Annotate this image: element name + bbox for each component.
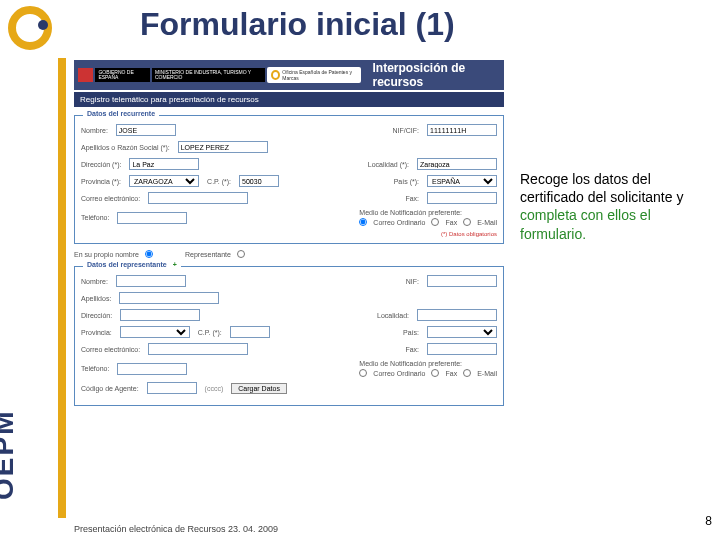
required-note: (*) Datos obligatorios [81, 231, 497, 237]
banner-title: Interposición de recursos [373, 61, 500, 89]
r-input-localidad[interactable] [417, 309, 497, 321]
input-nombre[interactable] [116, 124, 176, 136]
page-number: 8 [705, 514, 712, 528]
oepm-badge: Oficina Española de Patentes y Marcas [267, 67, 360, 83]
ministry-block-2: MINISTERIO DE INDUSTRIA, TURISMO Y COMER… [152, 68, 265, 82]
r-label-apellidos: Apellidos: [81, 295, 111, 302]
banner-subtitle: Registro telemático para presentación de… [74, 92, 504, 107]
label-propio: En su propio nombre [74, 251, 139, 258]
r-input-telefono[interactable] [117, 363, 187, 375]
radio-correo[interactable] [359, 218, 367, 226]
r-label-provincia: Provincia: [81, 329, 112, 336]
r-input-apellidos[interactable] [119, 292, 219, 304]
legend-recurrente: Datos del recurrente [83, 110, 159, 117]
footer-text: Presentación electrónica de Recursos 23.… [74, 524, 278, 534]
add-representante-icon[interactable]: + [173, 261, 177, 268]
label-pais: País (*): [394, 178, 419, 185]
r-select-pais[interactable] [427, 326, 497, 338]
label-apellidos: Apellidos o Razón Social (*): [81, 144, 170, 151]
input-telefono[interactable] [117, 212, 187, 224]
select-provincia[interactable]: ZARAGOZA [129, 175, 199, 187]
label-fax: Fax: [405, 195, 419, 202]
input-correo[interactable] [148, 192, 248, 204]
r-input-direccion[interactable] [120, 309, 200, 321]
r-radio-fax[interactable] [431, 369, 439, 377]
input-cp[interactable] [239, 175, 279, 187]
input-localidad[interactable] [417, 158, 497, 170]
select-pais[interactable]: ESPAÑA [427, 175, 497, 187]
fieldset-representante: Datos del representante + Nombre: NIF: A… [74, 266, 504, 406]
r-radio-email[interactable] [463, 369, 471, 377]
label-nif: NIF/CIF: [393, 127, 419, 134]
annotation-text: Recoge los datos del certificado del sol… [520, 170, 700, 243]
r-label-direccion: Dirección: [81, 312, 112, 319]
r-label-correo: Correo electrónico: [81, 346, 140, 353]
r-radio-correo[interactable] [359, 369, 367, 377]
r-label-cp: C.P. (*): [198, 329, 222, 336]
r-label-medio: Medio de Notificación preferente: [359, 360, 497, 367]
oepm-logo [8, 6, 56, 54]
ownership-row: En su propio nombre Representante [74, 250, 504, 258]
r-input-codigo[interactable] [147, 382, 197, 394]
codigo-hint: (cccc) [205, 385, 224, 392]
label-representante: Representante [185, 251, 231, 258]
r-input-correo[interactable] [148, 343, 248, 355]
ministry-block: GOBIERNO DE ESPAÑA [95, 68, 150, 82]
input-fax[interactable] [427, 192, 497, 204]
r-label-codigo: Código de Agente: [81, 385, 139, 392]
r-input-cp[interactable] [230, 326, 270, 338]
label-direccion: Dirección (*): [81, 161, 121, 168]
radio-fax[interactable] [431, 218, 439, 226]
label-telefono: Teléfono: [81, 214, 109, 221]
r-label-nif: NIF: [406, 278, 419, 285]
radio-propio[interactable] [145, 250, 153, 258]
oepm-badge-icon [271, 70, 280, 80]
radio-email[interactable] [463, 218, 471, 226]
label-provincia: Provincia (*): [81, 178, 121, 185]
app-banner: GOBIERNO DE ESPAÑA MINISTERIO DE INDUSTR… [74, 60, 504, 90]
r-select-provincia[interactable] [120, 326, 190, 338]
radio-representante[interactable] [237, 250, 245, 258]
accent-strip [58, 58, 66, 518]
sidebar-brand: OEPM [0, 410, 20, 500]
r-label-telefono: Teléfono: [81, 365, 109, 372]
r-label-localidad: Localidad: [377, 312, 409, 319]
slide-title: Formulario inicial (1) [140, 6, 455, 43]
legend-representante: Datos del representante + [83, 261, 181, 268]
input-apellidos[interactable] [178, 141, 268, 153]
r-label-nombre: Nombre: [81, 278, 108, 285]
form-screenshot: GOBIERNO DE ESPAÑA MINISTERIO DE INDUSTR… [74, 60, 504, 518]
label-cp: C.P. (*): [207, 178, 231, 185]
r-label-pais: País: [403, 329, 419, 336]
flag-icon [78, 68, 93, 82]
input-nif[interactable] [427, 124, 497, 136]
r-input-fax[interactable] [427, 343, 497, 355]
label-nombre: Nombre: [81, 127, 108, 134]
label-localidad: Localidad (*): [368, 161, 409, 168]
r-input-nombre[interactable] [116, 275, 186, 287]
r-label-fax: Fax: [405, 346, 419, 353]
label-correo: Correo electrónico: [81, 195, 140, 202]
label-medio: Medio de Notificación preferente: [359, 209, 497, 216]
cargar-datos-button[interactable]: Cargar Datos [231, 383, 287, 394]
input-direccion[interactable] [129, 158, 199, 170]
r-input-nif[interactable] [427, 275, 497, 287]
fieldset-recurrente: Datos del recurrente Nombre: NIF/CIF: Ap… [74, 115, 504, 244]
